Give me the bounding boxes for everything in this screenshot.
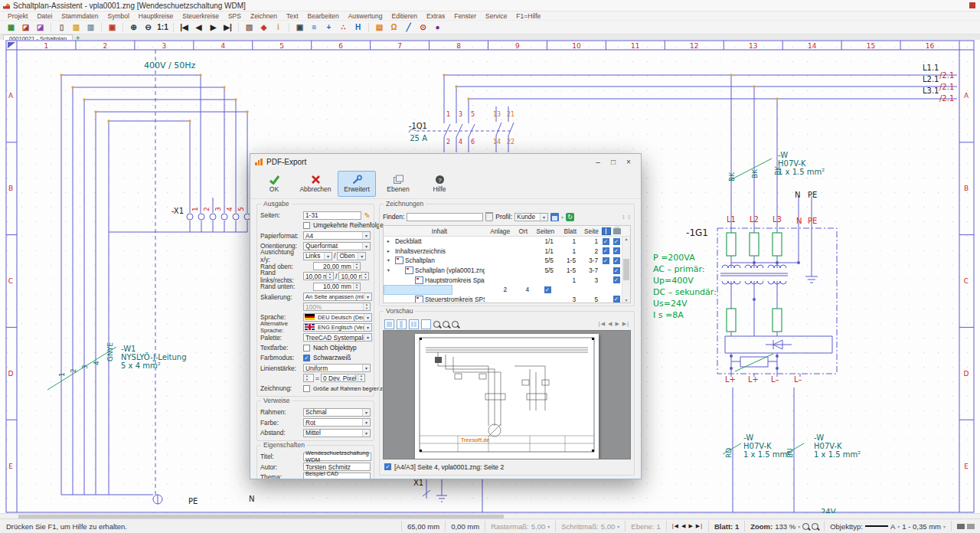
info-icon[interactable]: i: [272, 22, 285, 33]
print-checkbox[interactable]: [544, 286, 551, 293]
menu-text[interactable]: Text: [282, 12, 303, 20]
menu-stammdaten[interactable]: Stammdaten: [57, 12, 103, 20]
preview-prev-button[interactable]: ◀: [608, 321, 612, 327]
menu-zeichnen[interactable]: Zeichnen: [246, 12, 282, 20]
zoom-out-icon[interactable]: [812, 523, 818, 530]
find-input[interactable]: [407, 213, 483, 221]
omega-icon[interactable]: Ω: [387, 22, 400, 33]
print-checkbox[interactable]: [613, 276, 620, 283]
menu-extras[interactable]: Extras: [422, 12, 449, 20]
scaling-percent-spinner[interactable]: 100%▴▾: [303, 302, 371, 311]
zoom-control[interactable]: Zoom:133 %▾: [744, 521, 824, 531]
menu-auswertung[interactable]: Auswertung: [344, 12, 387, 20]
import-project-icon[interactable]: ◪: [19, 22, 32, 33]
menu-steuerkreise[interactable]: Steuerkreise: [178, 12, 224, 20]
menu-editieren[interactable]: Editieren: [387, 12, 423, 20]
nav-next-icon[interactable]: ▶: [207, 22, 220, 33]
print-icon[interactable]: ▥: [84, 22, 97, 33]
preview-first-button[interactable]: |◀: [599, 321, 606, 327]
tree-expand-icon[interactable]: ▸: [384, 248, 394, 254]
preview-zoom-out-icon[interactable]: [443, 321, 449, 328]
clear-icon[interactable]: [485, 212, 493, 221]
step-setting[interactable]: Schrittmaß:5,00▾: [555, 521, 625, 531]
profile-select[interactable]: Kunde▾: [514, 213, 548, 221]
grid-settings-icon[interactable]: ▦: [5, 22, 18, 33]
alt-language-select[interactable]: ENG Englisch (Vereinigtes Kör▾: [303, 323, 372, 332]
preview-icon[interactable]: ▧: [243, 22, 256, 33]
dialog-titlebar[interactable]: PDF-Export – □ ×: [250, 154, 641, 169]
tree-expand-icon[interactable]: ▾: [384, 257, 394, 263]
advanced-button[interactable]: Erweitert: [338, 171, 376, 197]
wrench-icon[interactable]: ╱: [402, 22, 415, 33]
line-style-icon[interactable]: ≡: [308, 22, 321, 33]
title-input[interactable]: Wendeschuetzschaltung WDM: [303, 453, 371, 461]
snap-icon[interactable]: ∴: [337, 22, 350, 33]
blackwhite-checkbox[interactable]: [303, 355, 310, 361]
object-type-control[interactable]: Objekttyp: A▾ 1 - 0,35 mm▾: [824, 521, 951, 531]
pdf-checkbox[interactable]: [603, 247, 609, 254]
help-button[interactable]: ? Hilfe: [420, 171, 459, 197]
help-icon[interactable]: ●: [431, 22, 444, 33]
rotate-3d-icon[interactable]: ◈: [257, 22, 270, 33]
line-weight-select[interactable]: Uniform▾: [303, 364, 371, 372]
distance-select[interactable]: Mittel▾: [303, 429, 371, 437]
text-color-checkbox[interactable]: [303, 345, 310, 352]
line-weight-spinner[interactable]: ▴▾: [303, 374, 314, 382]
preview-zoom-reset-icon[interactable]: [452, 321, 459, 328]
power-icon[interactable]: ⊙: [416, 22, 430, 33]
window-corner-icon[interactable]: [969, 2, 975, 8]
orientation-select[interactable]: Querformat▾: [303, 242, 371, 250]
table-row[interactable]: ▸Deckblatt1/111: [384, 237, 622, 247]
print-checkbox[interactable]: [613, 267, 620, 274]
zoom-in-icon[interactable]: ⊕: [127, 22, 140, 33]
print-checkbox[interactable]: [613, 296, 620, 302]
menu-sps[interactable]: SPS: [224, 12, 246, 20]
menu-symbol[interactable]: Symbol: [103, 12, 134, 20]
menu-fenster[interactable]: Fenster: [449, 12, 481, 20]
table-row[interactable]: ▸Inhaltsverzeichnis1/112: [384, 247, 622, 257]
fit-width-icon[interactable]: [397, 319, 407, 329]
pdf-checkbox[interactable]: [603, 238, 609, 245]
reverse-order-checkbox[interactable]: [303, 222, 310, 229]
pdf-checkbox[interactable]: [603, 257, 609, 264]
menu-datei[interactable]: Datei: [32, 12, 57, 20]
edit-pages-icon[interactable]: ✎: [364, 211, 371, 220]
open-document-icon[interactable]: ▥: [70, 22, 83, 33]
menu-projekt[interactable]: Projekt: [3, 12, 32, 20]
pages-input[interactable]: 1-31: [303, 211, 361, 220]
nav-first-icon[interactable]: |◀: [178, 22, 191, 33]
export-project-icon[interactable]: ◪: [34, 22, 47, 33]
device-pixel-spinner[interactable]: 0 Dev. Pixel▴▾: [321, 374, 365, 382]
sheet-last-button[interactable]: ▶|: [696, 523, 703, 529]
raster-setting[interactable]: Rastermaß:5,00▾: [485, 521, 555, 531]
nav-last-icon[interactable]: ▶|: [221, 22, 234, 33]
sheet-first-button[interactable]: |◀: [672, 523, 679, 529]
align-y-select[interactable]: Oben▾: [337, 252, 366, 260]
cancel-button[interactable]: Abbrechen: [296, 171, 335, 197]
limit-to-frame-checkbox[interactable]: [303, 385, 310, 392]
menu-f1-hilfe[interactable]: F1=Hilfe: [511, 12, 545, 20]
clipboard-icon[interactable]: ▤: [373, 22, 386, 33]
preview-area[interactable]: Treesoft.de: [383, 330, 631, 459]
crosshair-icon[interactable]: +: [322, 22, 335, 33]
sheet-next-button[interactable]: ▶: [688, 523, 693, 529]
subject-input[interactable]: Beispiel CAD Steuerungstechnik: [303, 473, 371, 479]
table-row[interactable]: Steuerstromkreis SPS-Gesamtdarstellung35: [384, 295, 622, 302]
preview-zoom-in-icon[interactable]: [433, 321, 440, 328]
helplines-icon[interactable]: H: [351, 22, 364, 33]
dialog-close-button[interactable]: ×: [621, 158, 636, 166]
scaling-select[interactable]: An Seite anpassen (mit OAR)▾: [303, 293, 372, 301]
save-profile-icon[interactable]: [550, 213, 559, 221]
paper-format-select[interactable]: A4▾: [303, 231, 371, 240]
dialog-minimize-button[interactable]: –: [590, 158, 606, 166]
language-select[interactable]: DEU Deutsch (Deutschland)▾: [303, 313, 372, 322]
tree-expand-icon[interactable]: ▾: [384, 267, 394, 273]
frame-select[interactable]: Schmal▾: [303, 408, 371, 417]
status-end-icons[interactable]: [951, 521, 980, 531]
move-down-icon[interactable]: ↕: [628, 213, 632, 221]
zoom-out-icon[interactable]: ⊖: [142, 22, 155, 33]
new-document-icon[interactable]: ▯: [55, 22, 68, 33]
zoom-in-icon[interactable]: [802, 523, 809, 530]
table-row[interactable]: Hauptstromkreis Motorsteuerung24: [384, 285, 452, 295]
layers-button[interactable]: Ebenen: [379, 171, 417, 197]
